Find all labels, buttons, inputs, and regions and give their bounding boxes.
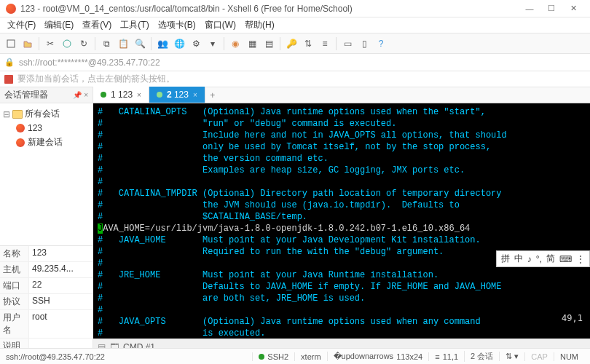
sidebar: 会话管理器 📌 × ⊟ 所有会话 123新建会话 名称123主机49.235.4…	[0, 87, 93, 355]
status-term: xterm	[294, 352, 327, 361]
status-connection: ssh://root@49.235.47.70:22	[6, 352, 252, 361]
status-dot-icon	[101, 92, 106, 98]
session-tree: ⊟ 所有会话 123新建会话	[0, 103, 93, 153]
folder-icon	[12, 110, 23, 119]
view1-icon[interactable]: ▭	[339, 36, 355, 52]
ime-punct-icon[interactable]: °,	[536, 254, 542, 264]
tool1-icon[interactable]: ◉	[227, 36, 243, 52]
collapse-icon[interactable]: ⊟	[3, 109, 10, 119]
content-area: 1 123× 2 123× + # CATALINA_OPTS (Optiona…	[93, 87, 590, 355]
globe-icon[interactable]: 🌐	[171, 36, 187, 52]
tool2-icon[interactable]: ▦	[244, 36, 260, 52]
property-row: 名称123	[0, 246, 93, 262]
status-ssh: SSH2	[252, 352, 294, 361]
svg-rect-0	[7, 40, 15, 47]
tab-add-button[interactable]: +	[205, 88, 220, 103]
status-cursor: ≡ 11,1	[428, 352, 464, 361]
status-more-icon[interactable]: ⇅ ▾	[499, 352, 524, 361]
title-bar: 123 - root@VM_0_14_centos:/usr/local/tom…	[0, 0, 590, 17]
ime-kb-icon[interactable]: ⌨	[559, 254, 572, 264]
address-bar: 🔒 ssh://root:*********@49.235.47.70:22	[0, 54, 590, 71]
key-icon[interactable]: 🔑	[283, 36, 299, 52]
status-sessions: 2 会话	[464, 351, 499, 362]
ftp-icon[interactable]: ⇅	[300, 36, 316, 52]
session-item[interactable]: 123	[0, 122, 93, 135]
view2-icon[interactable]: ▯	[356, 36, 372, 52]
hint-text: 要添加当前会话，点击左侧的箭头按钮。	[17, 73, 175, 85]
copy-icon[interactable]: ⧉	[98, 36, 114, 52]
properties-panel: 名称123主机49.235.4...端口22协议SSH用户名root说明	[0, 245, 93, 355]
hint-bar: 要添加当前会话，点击左侧的箭头按钮。	[0, 71, 590, 87]
pin-toggle-icon[interactable]: 📌 ×	[73, 91, 88, 99]
sidebar-header: 会话管理器 📌 ×	[0, 87, 93, 103]
connect-icon[interactable]	[59, 36, 75, 52]
help-icon[interactable]: ?	[373, 36, 389, 52]
minimize-button[interactable]: —	[519, 1, 540, 16]
terminal[interactable]: # CATALINA_OPTS (Optional) Java runtime …	[93, 103, 590, 339]
cut-icon[interactable]: ✂	[42, 36, 58, 52]
status-bar: ssh://root@49.235.47.70:22 SSH2 xterm �u…	[0, 348, 590, 364]
tab-close-icon[interactable]: ×	[193, 91, 197, 99]
ime-bar[interactable]: 拼 中 ♪ °, 简 ⌨ ⋮	[496, 250, 590, 267]
maximize-button[interactable]: ☐	[540, 1, 562, 16]
ime-more-icon[interactable]: ⋮	[576, 254, 585, 264]
toolbar: ✂ ↻ ⧉ 📋 🔍 👥 🌐 ⚙ ▾ ◉ ▦ ▤ 🔑 ⇅ ≡ ▭ ▯ ?	[0, 33, 590, 54]
status-num: NUM	[554, 352, 584, 361]
tab-bar: 1 123× 2 123× +	[93, 87, 590, 103]
people-icon[interactable]: 👥	[154, 36, 170, 52]
window-title: 123 - root@VM_0_14_centos:/usr/local/tom…	[20, 4, 519, 14]
tab-close-icon[interactable]: ×	[137, 91, 141, 99]
main-area: 会话管理器 📌 × ⊟ 所有会话 123新建会话 名称123主机49.235.4…	[0, 87, 590, 355]
menu-item[interactable]: 窗口(W)	[200, 17, 240, 33]
session-icon	[16, 138, 25, 147]
close-button[interactable]: ✕	[562, 1, 584, 16]
lock-icon: 🔒	[4, 58, 15, 67]
ime-simp[interactable]: 简	[546, 253, 555, 265]
paste-icon[interactable]: 📋	[115, 36, 131, 52]
app-icon	[6, 4, 16, 14]
menu-item[interactable]: 查看(V)	[78, 17, 116, 33]
session-item[interactable]: 新建会话	[0, 135, 93, 150]
dropdown-icon[interactable]: ▾	[205, 36, 221, 52]
menu-item[interactable]: 选项卡(B)	[154, 17, 200, 33]
script-icon[interactable]: ≡	[317, 36, 333, 52]
status-size: �updownarrows 113x24	[327, 352, 429, 361]
address-text[interactable]: ssh://root:*********@49.235.47.70:22	[19, 58, 160, 68]
ime-mode[interactable]: 拼	[501, 253, 510, 265]
session-icon	[16, 124, 25, 132]
search-icon[interactable]: 🔍	[132, 36, 148, 52]
property-row: 协议SSH	[0, 294, 93, 310]
tab-2[interactable]: 2 123×	[149, 87, 205, 103]
tool3-icon[interactable]: ▤	[261, 36, 277, 52]
svg-point-1	[63, 40, 71, 47]
menu-item[interactable]: 工具(T)	[116, 17, 153, 33]
menu-item[interactable]: 编辑(E)	[40, 17, 78, 33]
ime-sound-icon[interactable]: ♪	[527, 254, 532, 264]
wizard-icon[interactable]: ⚙	[188, 36, 204, 52]
property-row: 端口22	[0, 278, 93, 294]
status-dot-icon	[157, 92, 162, 98]
tree-root[interactable]: ⊟ 所有会话	[0, 106, 93, 122]
property-row: 主机49.235.4...	[0, 262, 93, 278]
open-icon[interactable]	[20, 36, 36, 52]
reconnect-icon[interactable]: ↻	[76, 36, 92, 52]
sidebar-title: 会话管理器	[4, 89, 48, 101]
ime-lang[interactable]: 中	[514, 253, 523, 265]
status-cap: CAP	[524, 352, 554, 361]
pin-icon[interactable]	[4, 75, 13, 84]
menu-item[interactable]: 帮助(H)	[240, 17, 279, 33]
tree-root-label: 所有会话	[25, 108, 60, 120]
connected-icon	[259, 354, 264, 360]
new-icon[interactable]	[3, 36, 19, 52]
property-row: 用户名root	[0, 310, 93, 339]
vim-position: 49,1	[562, 312, 583, 324]
menu-bar: 文件(F)编辑(E)查看(V)工具(T)选项卡(B)窗口(W)帮助(H)	[0, 17, 590, 33]
tab-1[interactable]: 1 123×	[93, 87, 149, 103]
menu-item[interactable]: 文件(F)	[3, 17, 40, 33]
